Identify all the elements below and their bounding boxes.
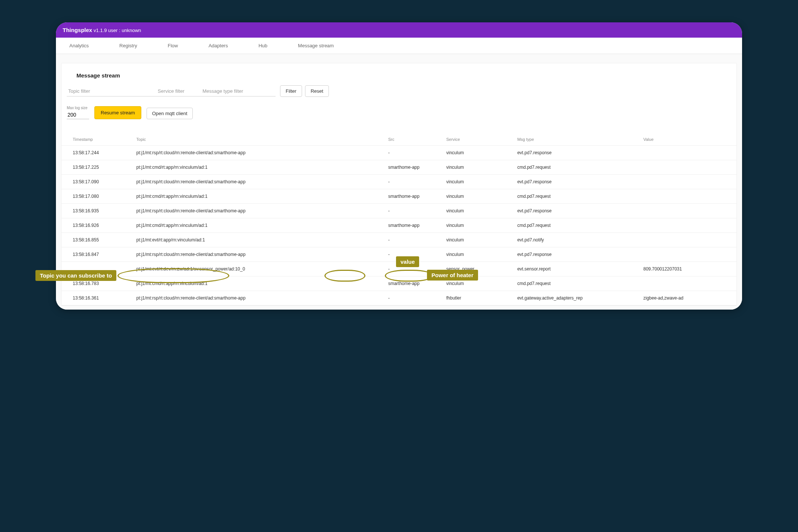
app-brand: Thingsplex [63, 27, 92, 33]
cell-value [640, 160, 736, 175]
th-value: Value [640, 133, 736, 146]
content-area: Message stream Filter Reset Max log size… [56, 54, 742, 310]
th-msgtype: Msg type [513, 133, 640, 146]
cell-msgtype: cmd.pd7.request [513, 276, 640, 291]
th-service: Service [443, 133, 513, 146]
cell-value: 809.700012207031 [640, 262, 736, 276]
cell-topic: pt:j1/mt:cmd/rt:app/rn:vinculum/ad:1 [133, 276, 384, 291]
cell-topic: pt:j1/mt:evt/rt:dev/rn:zw/ad:1/sv:sensor… [133, 262, 384, 276]
cell-service: vinculum [443, 247, 513, 262]
reset-button[interactable]: Reset [305, 85, 329, 97]
app-meta: v1.1.9 user : unknown [94, 28, 141, 33]
cell-msgtype: evt.pd7.response [513, 146, 640, 160]
cell-topic: pt:j1/mt:cmd/rt:app/rn:vinculum/ad:1 [133, 160, 384, 175]
table-row[interactable]: pt:j1/mt:evt/rt:dev/rn:zw/ad:1/sv:sensor… [62, 262, 736, 276]
cell-timestamp: 13:58:16.935 [62, 204, 133, 218]
nav-analytics[interactable]: Analytics [67, 38, 91, 54]
nav-hub[interactable]: Hub [256, 38, 270, 54]
cell-src: - [384, 291, 443, 305]
cell-timestamp: 13:58:17.080 [62, 189, 133, 204]
cell-service: vinculum [443, 218, 513, 233]
table-row[interactable]: 13:58:16.361pt:j1/mt:rsp/rt:cloud/rn:rem… [62, 291, 736, 305]
cell-topic: pt:j1/mt:evt/rt:app/rn:vinculum/ad:1 [133, 233, 384, 247]
table-row[interactable]: 13:58:16.783pt:j1/mt:cmd/rt:app/rn:vincu… [62, 276, 736, 291]
cell-topic: pt:j1/mt:rsp/rt:cloud/rn:remote-client/a… [133, 247, 384, 262]
msgtype-filter-input[interactable] [201, 86, 276, 96]
table-row[interactable]: 13:58:17.090pt:j1/mt:rsp/rt:cloud/rn:rem… [62, 175, 736, 189]
cell-topic: pt:j1/mt:rsp/rt:cloud/rn:remote-client/a… [133, 204, 384, 218]
resume-stream-button[interactable]: Resume stream [94, 106, 141, 119]
cell-value [640, 204, 736, 218]
th-topic: Topic [133, 133, 384, 146]
cell-topic: pt:j1/mt:rsp/rt:cloud/rn:remote-client/a… [133, 291, 384, 305]
cell-value [640, 276, 736, 291]
cell-service: vinculum [443, 204, 513, 218]
controls-row: Max log size Resume stream Open mqtt cli… [62, 97, 736, 123]
nav-adapters[interactable]: Adapters [206, 38, 230, 54]
cell-src: - [384, 247, 443, 262]
cell-value [640, 247, 736, 262]
cell-timestamp: 13:58:16.855 [62, 233, 133, 247]
filter-row: Filter Reset [62, 85, 736, 97]
cell-timestamp [62, 262, 133, 276]
cell-service: vinculum [443, 276, 513, 291]
cell-msgtype: evt.pd7.response [513, 247, 640, 262]
cell-service: sensor_power [443, 262, 513, 276]
table-row[interactable]: 13:58:17.244pt:j1/mt:rsp/rt:cloud/rn:rem… [62, 146, 736, 160]
cell-timestamp: 13:58:16.926 [62, 218, 133, 233]
cell-service: vinculum [443, 160, 513, 175]
section-title: Message stream [62, 71, 736, 85]
cell-service: vinculum [443, 146, 513, 160]
cell-timestamp: 13:58:17.090 [62, 175, 133, 189]
cell-src: - [384, 204, 443, 218]
cell-topic: pt:j1/mt:rsp/rt:cloud/rn:remote-client/a… [133, 146, 384, 160]
cell-service: fhbutler [443, 291, 513, 305]
cell-src: - [384, 175, 443, 189]
cell-src: smarthome-app [384, 160, 443, 175]
table-row[interactable]: 13:58:16.926pt:j1/mt:cmd/rt:app/rn:vincu… [62, 218, 736, 233]
table-row[interactable]: 13:58:16.855pt:j1/mt:evt/rt:app/rn:vincu… [62, 233, 736, 247]
cell-msgtype: evt.sensor.report [513, 262, 640, 276]
table-row[interactable]: 13:58:16.935pt:j1/mt:rsp/rt:cloud/rn:rem… [62, 204, 736, 218]
cell-topic: pt:j1/mt:rsp/rt:cloud/rn:remote-client/a… [133, 175, 384, 189]
table-row[interactable]: 13:58:16.847pt:j1/mt:rsp/rt:cloud/rn:rem… [62, 247, 736, 262]
nav-message-stream[interactable]: Message stream [296, 38, 336, 54]
cell-src: - [384, 262, 443, 276]
cell-msgtype: evt.gateway.active_adapters_rep [513, 291, 640, 305]
cell-msgtype: cmd.pd7.request [513, 160, 640, 175]
maxlog-input[interactable] [67, 111, 89, 119]
maxlog-label: Max log size [67, 106, 89, 110]
app-window: Thingsplex v1.1.9 user : unknown Analyti… [56, 22, 742, 310]
cell-timestamp: 13:58:16.361 [62, 291, 133, 305]
titlebar: Thingsplex v1.1.9 user : unknown [56, 22, 742, 38]
cell-msgtype: cmd.pd7.request [513, 189, 640, 204]
cell-msgtype: evt.pd7.response [513, 204, 640, 218]
cell-value [640, 146, 736, 160]
cell-value [640, 189, 736, 204]
cell-service: vinculum [443, 233, 513, 247]
table-row[interactable]: 13:58:17.080pt:j1/mt:cmd/rt:app/rn:vincu… [62, 189, 736, 204]
cell-src: - [384, 146, 443, 160]
topic-filter-input[interactable] [67, 86, 156, 96]
cell-service: vinculum [443, 189, 513, 204]
open-mqtt-button[interactable]: Open mqtt client [147, 108, 193, 119]
nav-registry[interactable]: Registry [117, 38, 139, 54]
cell-src: smarthome-app [384, 189, 443, 204]
nav-flow[interactable]: Flow [166, 38, 180, 54]
filter-button[interactable]: Filter [280, 85, 302, 97]
cell-value [640, 218, 736, 233]
table-row[interactable]: 13:58:17.225pt:j1/mt:cmd/rt:app/rn:vincu… [62, 160, 736, 175]
cell-topic: pt:j1/mt:cmd/rt:app/rn:vinculum/ad:1 [133, 218, 384, 233]
message-stream-card: Message stream Filter Reset Max log size… [61, 63, 737, 306]
cell-service: vinculum [443, 175, 513, 189]
service-filter-input[interactable] [156, 86, 201, 96]
cell-msgtype: evt.pd7.notify [513, 233, 640, 247]
navbar: Analytics Registry Flow Adapters Hub Mes… [56, 38, 742, 54]
cell-timestamp: 13:58:17.244 [62, 146, 133, 160]
th-timestamp: Timestamp [62, 133, 133, 146]
cell-timestamp: 13:58:16.783 [62, 276, 133, 291]
cell-msgtype: evt.pd7.response [513, 175, 640, 189]
th-src: Src [384, 133, 443, 146]
cell-src: - [384, 233, 443, 247]
cell-value [640, 233, 736, 247]
